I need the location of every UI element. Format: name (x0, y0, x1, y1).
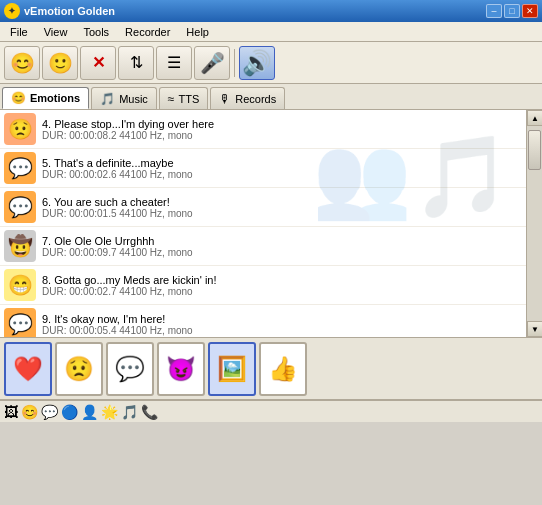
list-item[interactable]: 🤠 7. Ole Ole Ole Urrghhh DUR: 00:00:09.7… (0, 227, 526, 266)
list-item-title-2: 6. You are such a cheater! (42, 196, 522, 208)
menu-recorder[interactable]: Recorder (117, 24, 178, 40)
record-icon: 🎤 (200, 53, 225, 73)
thumbnail-5[interactable]: 👍 (259, 342, 307, 396)
thumbnail-0[interactable]: ❤️ (4, 342, 52, 396)
list-item-duration-0: DUR: 00:00:08.2 44100 Hz, mono (42, 130, 522, 141)
list-item-avatar-2: 💬 (4, 191, 36, 223)
status-icon-7: 📞 (141, 404, 158, 420)
minimize-button[interactable]: – (486, 4, 502, 18)
records-tab-label: Records (235, 93, 276, 105)
emotions-tab-icon: 😊 (11, 91, 26, 105)
menu-tools[interactable]: Tools (75, 24, 117, 40)
scrollbar-track[interactable] (527, 126, 542, 321)
add-icon: 🙂 (48, 53, 73, 73)
list-item-title-0: 4. Please stop...I'm dying over here (42, 118, 522, 130)
list-item-text-0: 4. Please stop...I'm dying over here DUR… (42, 118, 522, 141)
emotions-list[interactable]: 😟 4. Please stop...I'm dying over here D… (0, 110, 526, 337)
list-item-duration-1: DUR: 00:00:02.6 44100 Hz, mono (42, 169, 522, 180)
status-icon-5: 🌟 (101, 404, 118, 420)
list-item-text-2: 6. You are such a cheater! DUR: 00:00:01… (42, 196, 522, 219)
thumbnails-bar: ❤️😟💬😈🖼️👍 (0, 338, 542, 400)
emotions-tab-label: Emotions (30, 92, 80, 104)
status-icon-3: 🔵 (61, 404, 78, 420)
list-item-title-5: 9. It's okay now, I'm here! (42, 313, 522, 325)
list-item-title-3: 7. Ole Ole Ole Urrghhh (42, 235, 522, 247)
list-item-duration-3: DUR: 00:00:09.7 44100 Hz, mono (42, 247, 522, 258)
tab-tts[interactable]: ≈ TTS (159, 87, 208, 109)
play-button[interactable]: 🔊 (239, 46, 275, 80)
list-item-title-1: 5. That's a definite...maybe (42, 157, 522, 169)
list-item-duration-2: DUR: 00:00:01.5 44100 Hz, mono (42, 208, 522, 219)
list-item-text-4: 8. Gotta go...my Meds are kickin' in! DU… (42, 274, 522, 297)
status-icon-0: 🖼 (4, 404, 18, 420)
toolbar-separator (234, 49, 235, 77)
tab-music[interactable]: 🎵 Music (91, 87, 157, 109)
tab-records[interactable]: 🎙 Records (210, 87, 285, 109)
app-icon: ✦ (4, 3, 20, 19)
list-item-avatar-0: 😟 (4, 113, 36, 145)
thumbnail-1[interactable]: 😟 (55, 342, 103, 396)
status-icon-1: 😊 (21, 404, 38, 420)
list-item-duration-4: DUR: 00:00:02.7 44100 Hz, mono (42, 286, 522, 297)
list-item-text-1: 5. That's a definite...maybe DUR: 00:00:… (42, 157, 522, 180)
list-item-avatar-4: 😁 (4, 269, 36, 301)
list-item[interactable]: 💬 5. That's a definite...maybe DUR: 00:0… (0, 149, 526, 188)
menu-bar: File View Tools Recorder Help (0, 22, 542, 42)
list-item-duration-5: DUR: 00:00:05.4 44100 Hz, mono (42, 325, 522, 336)
list-button[interactable]: ☰ (156, 46, 192, 80)
add-button[interactable]: 🙂 (42, 46, 78, 80)
records-tab-icon: 🎙 (219, 92, 231, 106)
music-tab-label: Music (119, 93, 148, 105)
list-item-text-5: 9. It's okay now, I'm here! DUR: 00:00:0… (42, 313, 522, 336)
delete-button[interactable]: ✕ (80, 46, 116, 80)
tab-emotions[interactable]: 😊 Emotions (2, 87, 89, 109)
tts-tab-icon: ≈ (168, 92, 175, 106)
maximize-button[interactable]: □ (504, 4, 520, 18)
status-icon-4: 👤 (81, 404, 98, 420)
scroll-down-button[interactable]: ▼ (527, 321, 542, 337)
status-icons: 🖼😊💬🔵👤🌟🎵📞 (4, 404, 158, 420)
main-content: 😟 4. Please stop...I'm dying over here D… (0, 110, 542, 338)
move-icon: ⇅ (130, 55, 143, 71)
menu-file[interactable]: File (2, 24, 36, 40)
window-title: vEmotion Golden (24, 5, 115, 17)
list-item-text-3: 7. Ole Ole Ole Urrghhh DUR: 00:00:09.7 4… (42, 235, 522, 258)
move-button[interactable]: ⇅ (118, 46, 154, 80)
emotions-toolbar-icon: 😊 (10, 53, 35, 73)
title-controls: – □ ✕ (486, 4, 538, 18)
close-button[interactable]: ✕ (522, 4, 538, 18)
status-bar: 🖼😊💬🔵👤🌟🎵📞 (0, 400, 542, 422)
menu-view[interactable]: View (36, 24, 76, 40)
scroll-up-button[interactable]: ▲ (527, 110, 542, 126)
thumbnail-4[interactable]: 🖼️ (208, 342, 256, 396)
list-item[interactable]: 😟 4. Please stop...I'm dying over here D… (0, 110, 526, 149)
status-icon-2: 💬 (41, 404, 58, 420)
toolbar: 😊 🙂 ✕ ⇅ ☰ 🎤 🔊 (0, 42, 542, 84)
menu-help[interactable]: Help (178, 24, 217, 40)
title-bar: ✦ vEmotion Golden – □ ✕ (0, 0, 542, 22)
list-item-avatar-3: 🤠 (4, 230, 36, 262)
list-item-title-4: 8. Gotta go...my Meds are kickin' in! (42, 274, 522, 286)
status-icon-6: 🎵 (121, 404, 138, 420)
list-item[interactable]: 💬 6. You are such a cheater! DUR: 00:00:… (0, 188, 526, 227)
list-item[interactable]: 😁 8. Gotta go...my Meds are kickin' in! … (0, 266, 526, 305)
list-icon: ☰ (167, 55, 181, 71)
list-item[interactable]: 💬 9. It's okay now, I'm here! DUR: 00:00… (0, 305, 526, 337)
scrollbar[interactable]: ▲ ▼ (526, 110, 542, 337)
delete-icon: ✕ (92, 55, 105, 71)
thumbnail-2[interactable]: 💬 (106, 342, 154, 396)
list-item-avatar-5: 💬 (4, 308, 36, 337)
thumbnail-3[interactable]: 😈 (157, 342, 205, 396)
music-tab-icon: 🎵 (100, 92, 115, 106)
list-item-avatar-1: 💬 (4, 152, 36, 184)
record-button[interactable]: 🎤 (194, 46, 230, 80)
play-icon: 🔊 (242, 51, 272, 75)
emotions-toolbar-button[interactable]: 😊 (4, 46, 40, 80)
tts-tab-label: TTS (178, 93, 199, 105)
scrollbar-thumb[interactable] (528, 130, 541, 170)
tabs-bar: 😊 Emotions 🎵 Music ≈ TTS 🎙 Records (0, 84, 542, 110)
